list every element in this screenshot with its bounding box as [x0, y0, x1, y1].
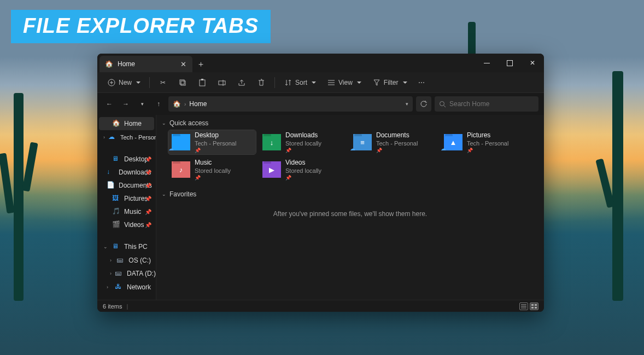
video-title-banner: FILE EXPLORER TABS — [11, 10, 271, 43]
tile-subtitle: Tech - Personal — [195, 140, 236, 147]
cloud-badge-icon: ☁ — [168, 146, 174, 152]
new-button[interactable]: New — [103, 76, 145, 89]
refresh-button[interactable] — [416, 96, 431, 112]
tile-name: Music — [195, 159, 231, 166]
expand-icon[interactable]: › — [110, 258, 113, 263]
pin-icon: 📌 — [145, 183, 151, 189]
sidebar-item-downloads[interactable]: ↓Downloads📌 — [99, 166, 154, 179]
sidebar-item-network[interactable]: › 🖧 Network — [99, 281, 154, 294]
pin-icon: 📌 — [195, 175, 231, 181]
item-count: 6 items — [103, 303, 122, 310]
home-icon: 🏠 — [112, 119, 121, 128]
home-icon: 🏠 — [173, 100, 181, 108]
delete-button[interactable] — [253, 76, 270, 89]
view-button[interactable]: View — [323, 76, 366, 89]
filter-button[interactable]: Filter — [368, 76, 412, 89]
svg-rect-6 — [201, 79, 203, 80]
quick-item-pictures[interactable]: ▲ ☁ Pictures Tech - Personal 📌 — [441, 130, 528, 154]
tab-home[interactable]: 🏠 Home ✕ — [99, 56, 192, 72]
folder-icon: ♪ — [172, 161, 190, 178]
copy-button[interactable] — [174, 76, 191, 89]
expand-icon[interactable]: › — [110, 271, 112, 276]
tile-name: Downloads — [285, 131, 321, 139]
sort-icon — [284, 78, 292, 87]
picture-icon: 🖼 — [112, 194, 121, 203]
nav-back-button[interactable]: ← — [103, 97, 116, 110]
download-icon: ↓ — [107, 168, 115, 177]
sidebar-item-home[interactable]: 🏠 Home — [99, 117, 154, 130]
sidebar-item-onedrive[interactable]: › ☁ Tech - Personal — [99, 131, 154, 144]
network-icon: 🖧 — [115, 283, 124, 292]
address-bar[interactable]: 🏠 › Home ▾ — [168, 96, 413, 112]
sidebar-item-videos[interactable]: 🎬Videos📌 — [99, 218, 154, 231]
paste-icon — [198, 78, 207, 87]
desktop-icon: 🖥 — [112, 155, 121, 164]
cloud-badge-icon: ☁ — [441, 146, 446, 152]
quick-item-videos[interactable]: ▶ Videos Stored locally 📌 — [259, 158, 347, 182]
sidebar-item-pictures[interactable]: 🖼Pictures📌 — [99, 192, 154, 205]
rename-button[interactable] — [213, 76, 231, 89]
folder-icon: ☁ — [172, 134, 190, 150]
search-icon — [439, 101, 446, 108]
breadcrumb-segment[interactable]: Home — [189, 100, 207, 108]
tiles-view-button[interactable] — [530, 302, 538, 310]
more-icon: ⋯ — [418, 79, 425, 86]
maximize-button[interactable] — [498, 54, 521, 72]
cut-button[interactable]: ✂ — [154, 76, 172, 89]
tab-close-button[interactable]: ✕ — [178, 59, 189, 69]
quick-item-desktop[interactable]: ☁ Desktop Tech - Personal 📌 — [168, 130, 256, 154]
collapse-icon[interactable]: ⌄ — [103, 244, 109, 249]
breadcrumb-separator: › — [184, 101, 186, 107]
search-input[interactable] — [449, 100, 534, 108]
new-tab-button[interactable]: ＋ — [192, 56, 209, 72]
svg-rect-9 — [531, 304, 534, 306]
view-icon — [327, 78, 336, 87]
expand-icon[interactable]: › — [103, 135, 105, 140]
quick-item-documents[interactable]: ≡ ☁ Documents Tech - Personal 📌 — [350, 130, 437, 154]
navigation-row: ← → ▾ ↑ 🏠 › Home ▾ — [97, 93, 544, 115]
tile-name: Videos — [285, 159, 321, 166]
sidebar-item-this-pc[interactable]: ⌄ 🖥 This PC — [99, 240, 154, 253]
minimize-button[interactable] — [475, 54, 498, 72]
chevron-down-icon[interactable]: ▾ — [406, 101, 408, 107]
sidebar-item-drive[interactable]: ›🖴DATA (D:) — [99, 267, 154, 280]
svg-rect-4 — [181, 81, 185, 85]
nav-forward-button[interactable]: → — [119, 97, 132, 110]
expand-icon[interactable]: › — [107, 284, 112, 290]
document-icon: 📄 — [107, 181, 115, 190]
sidebar-item-music[interactable]: 🎵Music📌 — [99, 205, 154, 218]
sort-button[interactable]: Sort — [279, 76, 320, 89]
svg-rect-0 — [484, 63, 490, 63]
nav-up-button[interactable]: ↑ — [152, 97, 165, 110]
drive-icon: 🖴 — [116, 256, 125, 265]
pin-icon: 📌 — [285, 148, 321, 153]
tile-subtitle: Tech - Personal — [467, 140, 508, 147]
folder-icon: ▲ ☁ — [444, 134, 462, 150]
section-favorites[interactable]: ⌄ Favorites — [162, 188, 538, 200]
drive-icon: 🖴 — [115, 269, 124, 278]
paste-button[interactable] — [194, 76, 211, 89]
details-view-button[interactable] — [519, 302, 528, 310]
command-toolbar: New ✂ Sort View Filter ⋯ — [97, 72, 544, 93]
navigation-sidebar: 🏠 Home › ☁ Tech - Personal 🖥Desktop📌↓Dow… — [97, 115, 156, 300]
favorites-empty-message: After you've pinned some files, we'll sh… — [162, 200, 538, 228]
pin-icon: 📌 — [145, 156, 151, 162]
share-button[interactable] — [233, 76, 250, 89]
sidebar-item-drive[interactable]: ›🖴OS (C:) — [99, 254, 154, 267]
svg-rect-11 — [531, 307, 534, 309]
search-box[interactable] — [435, 96, 538, 112]
close-window-button[interactable]: ✕ — [521, 54, 544, 72]
tile-name: Documents — [376, 131, 418, 139]
quick-item-music[interactable]: ♪ Music Stored locally 📌 — [168, 158, 256, 182]
nav-history-button[interactable]: ▾ — [136, 97, 149, 110]
pin-icon: 📌 — [145, 170, 151, 176]
more-button[interactable]: ⋯ — [414, 77, 429, 89]
svg-rect-3 — [180, 80, 184, 84]
plus-circle-icon — [107, 78, 116, 87]
sidebar-item-documents[interactable]: 📄Documents📌 — [99, 179, 154, 192]
sidebar-item-desktop[interactable]: 🖥Desktop📌 — [99, 153, 154, 166]
pin-icon: 📌 — [467, 148, 508, 153]
quick-item-downloads[interactable]: ↓ Downloads Stored locally 📌 — [259, 130, 347, 154]
home-icon: 🏠 — [105, 60, 113, 68]
section-quick-access[interactable]: ⌄ Quick access — [162, 117, 538, 129]
